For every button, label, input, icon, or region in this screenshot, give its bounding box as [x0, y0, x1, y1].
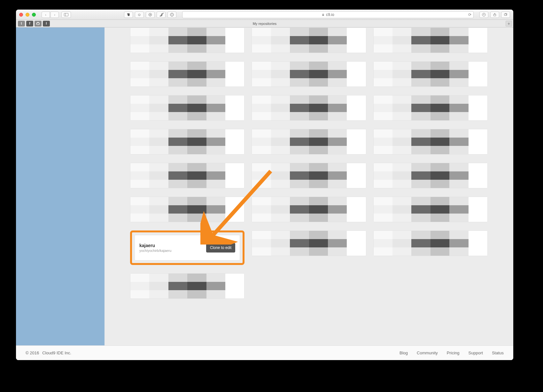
fav-facebook-icon[interactable]: f	[26, 21, 33, 26]
github-icon	[36, 22, 40, 26]
footer-link-community[interactable]: Community	[417, 351, 438, 355]
nav-back-button[interactable]: ‹	[42, 11, 50, 18]
downloads-button[interactable]	[479, 11, 488, 18]
sidebar-toggle-button[interactable]	[61, 11, 71, 18]
fav-tumblr-icon[interactable]: t	[18, 21, 25, 26]
footer-copyright: © 2016	[26, 351, 39, 355]
info-icon	[170, 13, 174, 17]
repo-name: kajaeru	[139, 243, 171, 248]
favorites-bar: t f I My repositories +	[16, 20, 513, 27]
close-window-button[interactable]	[19, 13, 23, 17]
page-footer: © 2016 Cloud9 IDE Inc. Blog Community Pr…	[16, 345, 513, 360]
svg-rect-10	[504, 14, 507, 15]
share-icon	[493, 13, 497, 17]
info-ext-icon[interactable]	[167, 11, 176, 18]
footer-links: Blog Community Pricing Support Status	[399, 351, 504, 355]
footer-link-status[interactable]: Status	[492, 351, 504, 355]
repo-card-blurred[interactable]	[130, 95, 244, 121]
annotation-highlight-box: kajaeru yochiyochirb/kajaeru Clone to ed…	[130, 230, 244, 265]
repo-card-blurred[interactable]	[130, 61, 244, 87]
nav-forward-button[interactable]: ›	[50, 11, 59, 18]
tabs-button[interactable]	[501, 11, 510, 18]
shield-o-icon	[148, 13, 152, 17]
share-button[interactable]	[490, 11, 499, 18]
fav-github-icon[interactable]	[35, 21, 42, 26]
nav-back-forward-group: ‹ ›	[42, 11, 59, 18]
fav-instapaper-icon[interactable]: I	[43, 21, 50, 26]
repo-card-blurred[interactable]	[252, 27, 366, 53]
new-tab-button[interactable]: +	[506, 21, 512, 26]
evernote-ext-icon[interactable]	[124, 11, 133, 18]
repo-card-blurred[interactable]	[373, 163, 488, 188]
app-sidebar[interactable]	[16, 27, 105, 345]
repo-card-blurred[interactable]	[130, 197, 244, 222]
footer-link-support[interactable]: Support	[469, 351, 483, 355]
repo-grid: kajaeru yochiyochirb/kajaeru Clone to ed…	[130, 27, 488, 299]
repo-card-kajaeru[interactable]: kajaeru yochiyochirb/kajaeru Clone to ed…	[135, 235, 240, 260]
emoji-ext-icon[interactable]: ☺	[135, 11, 144, 18]
minimize-window-button[interactable]	[26, 13, 29, 17]
footer-company: Cloud9 IDE Inc.	[42, 351, 71, 355]
repo-card-blurred[interactable]	[252, 61, 366, 87]
repo-card-blurred[interactable]	[130, 129, 244, 155]
repo-card-blurred[interactable]	[373, 230, 488, 256]
download-icon	[482, 13, 486, 17]
repo-card-blurred[interactable]	[130, 163, 244, 188]
page-content: kajaeru yochiyochirb/kajaeru Clone to ed…	[16, 27, 513, 360]
extension-icons: ☺ 𝒥	[124, 11, 176, 18]
script-ext-icon[interactable]: 𝒥	[157, 11, 166, 18]
repo-card-blurred[interactable]	[252, 95, 366, 121]
svg-point-6	[172, 13, 172, 14]
svg-rect-0	[64, 13, 68, 16]
svg-point-3	[150, 14, 151, 15]
url-text: c9.io	[326, 12, 334, 17]
repo-card-blurred[interactable]	[130, 273, 244, 299]
repositories-area: kajaeru yochiyochirb/kajaeru Clone to ed…	[105, 27, 513, 345]
repo-card-blurred[interactable]	[373, 95, 488, 121]
tabs-icon	[504, 13, 508, 17]
sidebar-icon	[64, 13, 68, 16]
browser-window: ‹ › ☺ 𝒥 c9.io ⟳	[16, 10, 513, 360]
repo-card-blurred[interactable]	[373, 197, 488, 222]
repo-card-blurred[interactable]	[373, 27, 488, 53]
address-bar[interactable]: c9.io ⟳	[182, 11, 474, 18]
reload-button[interactable]: ⟳	[468, 12, 471, 17]
tab-title: My repositories	[253, 22, 277, 26]
repo-path: yochiyochirb/kajaeru	[139, 249, 171, 253]
repo-card-blurred[interactable]	[373, 129, 488, 155]
repo-card-blurred[interactable]	[252, 230, 366, 256]
repo-card-blurred[interactable]	[252, 129, 366, 155]
footer-link-pricing[interactable]: Pricing	[447, 351, 460, 355]
right-toolbar-icons	[479, 11, 510, 18]
repo-info: kajaeru yochiyochirb/kajaeru	[139, 243, 171, 253]
svg-rect-7	[322, 14, 324, 16]
repo-card-blurred[interactable]	[252, 197, 366, 222]
footer-link-blog[interactable]: Blog	[399, 351, 408, 355]
elephant-icon	[127, 13, 130, 17]
clone-to-edit-button[interactable]: Clone to edit	[206, 243, 235, 253]
fullscreen-window-button[interactable]	[32, 13, 36, 17]
window-titlebar: ‹ › ☺ 𝒥 c9.io ⟳	[16, 10, 513, 20]
repo-card-blurred[interactable]	[373, 61, 488, 87]
traffic-lights	[19, 13, 36, 17]
repo-card-blurred[interactable]	[130, 27, 244, 53]
lock-icon	[322, 13, 325, 16]
repo-card-blurred[interactable]	[252, 163, 366, 188]
adblock-ext-icon[interactable]	[146, 11, 155, 18]
